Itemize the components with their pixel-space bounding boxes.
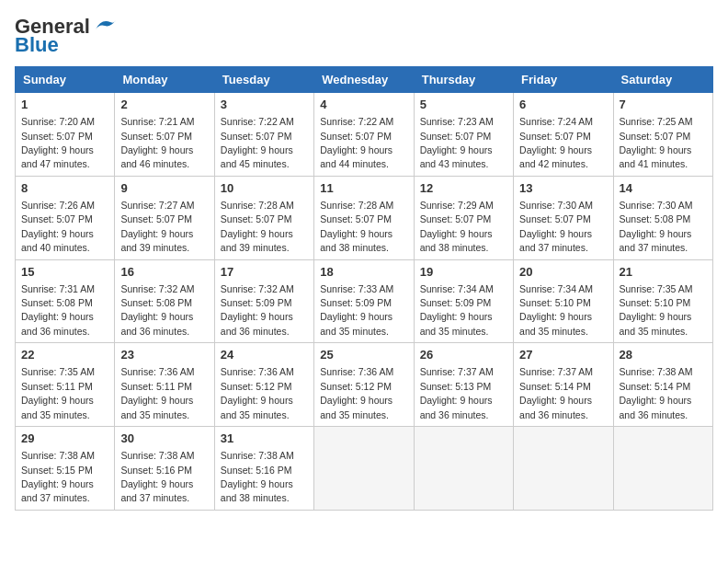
day-daylight: Daylight: 9 hours and 37 minutes. (21, 478, 94, 503)
day-sunrise: Sunrise: 7:35 AM (620, 283, 693, 294)
day-daylight: Daylight: 9 hours and 35 minutes. (620, 311, 692, 336)
day-sunset: Sunset: 5:08 PM (21, 297, 93, 308)
calendar-cell: 31 Sunrise: 7:38 AM Sunset: 5:16 PM Dayl… (214, 427, 313, 511)
calendar-cell (414, 427, 513, 511)
day-sunset: Sunset: 5:14 PM (519, 381, 591, 392)
day-daylight: Daylight: 9 hours and 36 minutes. (221, 311, 293, 336)
day-sunrise: Sunrise: 7:22 AM (320, 116, 393, 127)
calendar-header-row: SundayMondayTuesdayWednesdayThursdayFrid… (16, 67, 713, 93)
day-sunset: Sunset: 5:11 PM (120, 381, 192, 392)
day-sunset: Sunset: 5:07 PM (320, 131, 392, 142)
day-number: 12 (420, 180, 507, 197)
day-sunset: Sunset: 5:07 PM (221, 131, 292, 142)
logo-bird-icon (92, 17, 118, 33)
day-sunrise: Sunrise: 7:36 AM (320, 366, 393, 377)
day-sunset: Sunset: 5:07 PM (519, 131, 591, 142)
day-sunset: Sunset: 5:12 PM (221, 381, 292, 392)
day-number: 24 (221, 347, 308, 363)
day-daylight: Daylight: 9 hours and 36 minutes. (420, 395, 493, 419)
day-daylight: Daylight: 9 hours and 35 minutes. (21, 395, 94, 419)
day-number: 5 (420, 97, 507, 113)
day-sunrise: Sunrise: 7:38 AM (620, 366, 693, 377)
calendar-week-1: 1 Sunrise: 7:20 AM Sunset: 5:07 PM Dayli… (16, 93, 713, 177)
calendar-cell: 11 Sunrise: 7:28 AM Sunset: 5:07 PM Dayl… (314, 176, 414, 259)
day-number: 6 (519, 97, 607, 113)
calendar-cell: 12 Sunrise: 7:29 AM Sunset: 5:07 PM Dayl… (414, 176, 513, 259)
day-sunrise: Sunrise: 7:37 AM (519, 366, 593, 377)
day-daylight: Daylight: 9 hours and 42 minutes. (519, 144, 592, 169)
day-daylight: Daylight: 9 hours and 35 minutes. (420, 311, 493, 336)
day-number: 11 (320, 180, 407, 197)
day-number: 27 (519, 347, 607, 363)
day-number: 9 (120, 180, 208, 197)
day-daylight: Daylight: 9 hours and 35 minutes. (320, 395, 392, 419)
calendar-cell: 10 Sunrise: 7:28 AM Sunset: 5:07 PM Dayl… (214, 176, 313, 259)
calendar-cell: 8 Sunrise: 7:26 AM Sunset: 5:07 PM Dayli… (16, 176, 115, 259)
day-daylight: Daylight: 9 hours and 36 minutes. (620, 395, 692, 419)
day-daylight: Daylight: 9 hours and 40 minutes. (21, 228, 94, 253)
day-number: 10 (221, 180, 308, 197)
day-number: 23 (120, 347, 208, 363)
day-sunrise: Sunrise: 7:36 AM (120, 366, 194, 377)
day-daylight: Daylight: 9 hours and 35 minutes. (120, 395, 193, 419)
day-daylight: Daylight: 9 hours and 38 minutes. (221, 478, 293, 503)
day-number: 26 (420, 347, 507, 363)
day-number: 1 (21, 97, 108, 113)
day-sunset: Sunset: 5:16 PM (120, 465, 192, 476)
day-daylight: Daylight: 9 hours and 37 minutes. (519, 228, 592, 253)
day-number: 14 (620, 180, 707, 197)
day-number: 30 (120, 431, 208, 447)
logo-blue: Blue (15, 33, 59, 57)
calendar-cell: 22 Sunrise: 7:35 AM Sunset: 5:11 PM Dayl… (16, 343, 115, 427)
calendar-cell: 26 Sunrise: 7:37 AM Sunset: 5:13 PM Dayl… (414, 343, 513, 427)
day-sunset: Sunset: 5:09 PM (320, 297, 392, 308)
day-sunrise: Sunrise: 7:30 AM (620, 200, 693, 211)
day-sunrise: Sunrise: 7:25 AM (620, 116, 693, 127)
day-sunset: Sunset: 5:10 PM (519, 297, 591, 308)
day-number: 16 (120, 264, 208, 281)
day-daylight: Daylight: 9 hours and 46 minutes. (120, 144, 193, 169)
day-sunrise: Sunrise: 7:34 AM (420, 283, 494, 294)
calendar-cell (514, 427, 613, 511)
day-sunset: Sunset: 5:08 PM (120, 297, 192, 308)
calendar-cell: 3 Sunrise: 7:22 AM Sunset: 5:07 PM Dayli… (214, 93, 313, 177)
day-sunset: Sunset: 5:11 PM (21, 381, 93, 392)
day-sunrise: Sunrise: 7:36 AM (221, 366, 294, 377)
day-number: 4 (320, 97, 407, 113)
day-number: 17 (221, 264, 308, 281)
day-sunrise: Sunrise: 7:32 AM (221, 283, 294, 294)
day-sunset: Sunset: 5:09 PM (420, 297, 492, 308)
day-sunrise: Sunrise: 7:38 AM (221, 450, 294, 461)
day-sunset: Sunset: 5:16 PM (221, 465, 292, 476)
calendar-cell: 21 Sunrise: 7:35 AM Sunset: 5:10 PM Dayl… (613, 259, 712, 343)
calendar-header-sunday: Sunday (16, 67, 115, 93)
calendar-week-4: 22 Sunrise: 7:35 AM Sunset: 5:11 PM Dayl… (16, 343, 713, 427)
day-sunrise: Sunrise: 7:29 AM (420, 200, 494, 211)
calendar-body: 1 Sunrise: 7:20 AM Sunset: 5:07 PM Dayli… (16, 93, 713, 511)
calendar-cell: 30 Sunrise: 7:38 AM Sunset: 5:16 PM Dayl… (115, 427, 214, 511)
day-sunrise: Sunrise: 7:23 AM (420, 116, 494, 127)
day-sunset: Sunset: 5:07 PM (21, 131, 93, 142)
day-number: 20 (519, 264, 607, 281)
day-daylight: Daylight: 9 hours and 36 minutes. (120, 311, 193, 336)
logo: General Blue (15, 15, 118, 57)
calendar-header-monday: Monday (115, 67, 214, 93)
day-daylight: Daylight: 9 hours and 41 minutes. (620, 144, 692, 169)
day-sunrise: Sunrise: 7:38 AM (120, 450, 194, 461)
day-daylight: Daylight: 9 hours and 36 minutes. (21, 311, 94, 336)
day-sunset: Sunset: 5:12 PM (320, 381, 392, 392)
day-daylight: Daylight: 9 hours and 35 minutes. (519, 311, 592, 336)
day-number: 13 (519, 180, 607, 197)
day-number: 7 (620, 97, 707, 113)
day-daylight: Daylight: 9 hours and 37 minutes. (120, 478, 193, 503)
day-sunrise: Sunrise: 7:21 AM (120, 116, 194, 127)
day-sunset: Sunset: 5:09 PM (221, 297, 292, 308)
day-daylight: Daylight: 9 hours and 37 minutes. (620, 228, 692, 253)
calendar-cell: 24 Sunrise: 7:36 AM Sunset: 5:12 PM Dayl… (214, 343, 313, 427)
day-sunrise: Sunrise: 7:20 AM (21, 116, 95, 127)
calendar-week-5: 29 Sunrise: 7:38 AM Sunset: 5:15 PM Dayl… (16, 427, 713, 511)
day-sunset: Sunset: 5:07 PM (21, 213, 93, 224)
calendar-week-3: 15 Sunrise: 7:31 AM Sunset: 5:08 PM Dayl… (16, 259, 713, 343)
day-sunset: Sunset: 5:15 PM (21, 465, 93, 476)
header: General Blue (15, 15, 713, 57)
